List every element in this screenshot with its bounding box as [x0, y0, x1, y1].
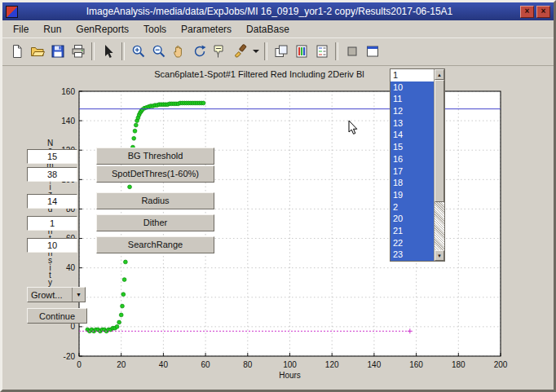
listbox-item-20[interactable]: 20: [391, 213, 434, 225]
listbox-item-10[interactable]: 10: [391, 81, 434, 94]
caret-button[interactable]: [250, 42, 261, 62]
menu-item-tools[interactable]: Tools: [136, 22, 174, 37]
listbox-item-21[interactable]: 21: [391, 225, 434, 237]
listbox-item-17[interactable]: 17: [391, 165, 434, 178]
zoom-out-icon: [152, 44, 166, 59]
radius-button[interactable]: Radius: [96, 192, 214, 209]
insert-legend-icon: [315, 44, 329, 59]
dither-input[interactable]: [27, 216, 77, 231]
spot-listbox[interactable]: 110111213141516171819220212223 ▲ ▼: [390, 68, 445, 262]
chevron-down-icon: ▼: [72, 288, 85, 302]
data-cursor-button[interactable]: [210, 42, 230, 62]
rotate-3d-icon: [192, 44, 207, 59]
bg-threshold-button[interactable]: BG Threshold: [96, 148, 214, 165]
listbox-item-13[interactable]: 13: [391, 117, 434, 130]
window-title: ImageAnalysis-/media/data/ExpJobs/MI 16_…: [21, 6, 518, 17]
pan-hand-icon: [172, 44, 187, 59]
zoom-in-button[interactable]: [128, 42, 148, 62]
listbox-items: 110111213141516171819220212223: [391, 69, 434, 261]
toolbar-separator: [264, 42, 267, 60]
zoom-in-icon: [131, 44, 146, 59]
dither-button[interactable]: Dither: [96, 214, 214, 231]
pan-hand-button[interactable]: [169, 42, 189, 62]
insert-colorbar-icon: [294, 44, 309, 59]
scroll-down-button[interactable]: ▼: [435, 250, 444, 261]
scrollbar-track[interactable]: [435, 202, 444, 250]
menu-item-parameters[interactable]: Parameters: [174, 22, 239, 37]
print-figure-icon: [71, 44, 86, 59]
copy-figure-icon: [274, 44, 289, 59]
listbox-item-16[interactable]: 16: [391, 153, 434, 165]
search-range-button[interactable]: SearchRange: [96, 236, 214, 253]
search-range-input[interactable]: [27, 238, 77, 253]
listbox-item-12[interactable]: 12: [391, 105, 434, 117]
mouse-cursor: [348, 120, 358, 135]
menu-item-database[interactable]: DataBase: [239, 22, 297, 37]
insert-legend-button[interactable]: [311, 42, 332, 62]
continue-button[interactable]: Continue: [27, 308, 87, 324]
new-document-icon: [10, 44, 24, 59]
spot-det-thres-button[interactable]: SpotDetThres(1-60%): [96, 165, 214, 183]
menu-item-genreports[interactable]: GenReports: [68, 22, 136, 37]
save-figure-button[interactable]: [47, 42, 68, 62]
growth-dropdown-label: Growt...: [31, 290, 63, 300]
listbox-scrollbar[interactable]: ▲ ▼: [434, 69, 444, 261]
open-folder-button[interactable]: [27, 42, 47, 62]
new-document-button[interactable]: [7, 42, 27, 62]
spot-det-thres-input[interactable]: [27, 167, 77, 182]
brush-icon: [233, 44, 248, 59]
brush-button[interactable]: [230, 42, 250, 62]
listbox-item-23[interactable]: 23: [391, 249, 434, 261]
close-button[interactable]: ×: [536, 6, 550, 18]
bg-threshold-input[interactable]: [27, 149, 77, 164]
menu-item-run[interactable]: Run: [36, 22, 68, 37]
toolbar-separator: [335, 42, 338, 60]
print-figure-button[interactable]: [68, 42, 88, 62]
listbox-item-1[interactable]: 1: [391, 69, 434, 81]
minimize-button[interactable]: ×: [520, 6, 534, 18]
listbox-item-19[interactable]: 19: [391, 189, 434, 201]
listbox-item-2[interactable]: 2: [391, 201, 434, 214]
save-figure-icon: [51, 44, 65, 59]
app-window: ImageAnalysis-/media/data/ExpJobs/MI 16_…: [0, 0, 556, 392]
plot-edit-button[interactable]: [342, 42, 362, 62]
growth-dropdown[interactable]: Growt... ▼: [27, 287, 86, 302]
radius-input[interactable]: [27, 194, 77, 209]
dock-figure-icon: [365, 44, 380, 59]
plot-edit-icon: [345, 44, 360, 59]
listbox-item-15[interactable]: 15: [391, 141, 434, 153]
pointer-button[interactable]: [98, 42, 118, 62]
listbox-item-22[interactable]: 22: [391, 237, 434, 249]
zoom-out-button[interactable]: [148, 42, 169, 62]
app-icon: [6, 6, 18, 18]
menu-bar: FileRunGenReportsToolsParametersDataBase: [2, 20, 554, 37]
caret-icon: [252, 45, 260, 58]
listbox-item-14[interactable]: 14: [391, 129, 434, 141]
listbox-item-18[interactable]: 18: [391, 177, 434, 189]
rotate-3d-button[interactable]: [189, 42, 210, 62]
toolbar-separator: [121, 42, 125, 60]
data-cursor-icon: [213, 44, 227, 59]
title-bar: ImageAnalysis-/media/data/ExpJobs/MI 16_…: [2, 2, 554, 20]
toolbar-separator: [91, 42, 95, 60]
listbox-item-11[interactable]: 11: [391, 93, 434, 105]
insert-colorbar-button[interactable]: [291, 42, 311, 62]
open-folder-icon: [30, 44, 45, 59]
copy-figure-button[interactable]: [271, 42, 291, 62]
dock-figure-button[interactable]: [362, 42, 382, 62]
menu-item-file[interactable]: File: [6, 22, 36, 37]
pointer-icon: [101, 44, 116, 59]
scrollbar-thumb[interactable]: [435, 80, 444, 202]
toolbar: [2, 37, 554, 66]
scroll-up-button[interactable]: ▲: [435, 69, 444, 80]
